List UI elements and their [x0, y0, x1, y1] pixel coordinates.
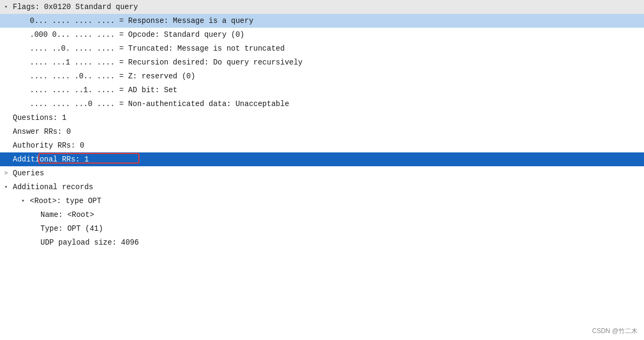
flag-z[interactable]: .... .... .0.. .... = Z: reserved (0) — [0, 69, 644, 83]
row-text-root-opt: <Root>: type OPT — [30, 195, 101, 207]
flag-truncated[interactable]: .... ..0. .... .... = Truncated: Message… — [0, 42, 644, 55]
row-text-flag-truncated: .... ..0. .... .... = Truncated: Message… — [30, 43, 285, 54]
flags-header[interactable]: ▾Flags: 0x0120 Standard query — [0, 0, 644, 14]
questions[interactable]: Questions: 1 — [0, 111, 644, 125]
flag-response[interactable]: 0... .... .... .... = Response: Message … — [0, 14, 644, 28]
main-container: ▾Flags: 0x0120 Standard query0... .... .… — [0, 0, 644, 340]
expand-icon-flags-header[interactable]: ▾ — [4, 1, 13, 13]
flag-ad[interactable]: .... .... ..1. .... = AD bit: Set — [0, 83, 644, 97]
row-text-flag-opcode: .000 0... .... .... = Opcode: Standard q… — [30, 29, 244, 41]
flag-non-auth[interactable]: .... .... ...0 .... = Non-authenticated … — [0, 97, 644, 111]
type-opt[interactable]: Type: OPT (41) — [0, 222, 644, 236]
row-text-questions: Questions: 1 — [13, 112, 67, 124]
additional-records[interactable]: ▾Additional records — [0, 180, 644, 194]
udp-payload[interactable]: UDP payload size: 4096 — [0, 236, 644, 249]
row-text-type-opt: Type: OPT (41) — [40, 223, 103, 234]
row-text-flags-header: Flags: 0x0120 Standard query — [13, 1, 138, 13]
row-text-flag-recursion: .... ...1 .... .... = Recursion desired:… — [30, 56, 302, 68]
additional-rrs[interactable]: Additional RRs: 1 — [0, 152, 644, 166]
root-opt[interactable]: ▾<Root>: type OPT — [0, 194, 644, 208]
queries[interactable]: >Queries — [0, 166, 644, 180]
row-text-authority-rrs: Authority RRs: 0 — [13, 140, 84, 151]
row-text-flag-non-auth: .... .... ...0 .... = Non-authenticated … — [30, 98, 289, 110]
expand-icon-additional-records[interactable]: ▾ — [4, 181, 13, 193]
answer-rrs[interactable]: Answer RRs: 0 — [0, 125, 644, 139]
row-text-queries: Queries — [13, 167, 44, 179]
row-text-additional-records: Additional records — [13, 181, 93, 193]
packet-detail: ▾Flags: 0x0120 Standard query0... .... .… — [0, 0, 644, 340]
row-text-flag-ad: .... .... ..1. .... = AD bit: Set — [30, 84, 177, 96]
expand-icon-queries[interactable]: > — [4, 167, 13, 179]
row-text-additional-rrs: Additional RRs: 1 — [13, 153, 89, 165]
expand-icon-root-opt[interactable]: ▾ — [21, 195, 30, 207]
row-text-name-root: Name: <Root> — [40, 209, 94, 221]
row-text-flag-response: 0... .... .... .... = Response: Message … — [30, 15, 253, 27]
row-text-udp-payload: UDP payload size: 4096 — [40, 237, 139, 248]
name-root[interactable]: Name: <Root> — [0, 208, 644, 222]
watermark: CSDN @竹二木 — [592, 327, 638, 336]
flag-opcode[interactable]: .000 0... .... .... = Opcode: Standard q… — [0, 28, 644, 42]
flag-recursion[interactable]: .... ...1 .... .... = Recursion desired:… — [0, 55, 644, 69]
authority-rrs[interactable]: Authority RRs: 0 — [0, 139, 644, 152]
row-text-flag-z: .... .... .0.. .... = Z: reserved (0) — [30, 70, 195, 82]
row-text-answer-rrs: Answer RRs: 0 — [13, 126, 71, 137]
